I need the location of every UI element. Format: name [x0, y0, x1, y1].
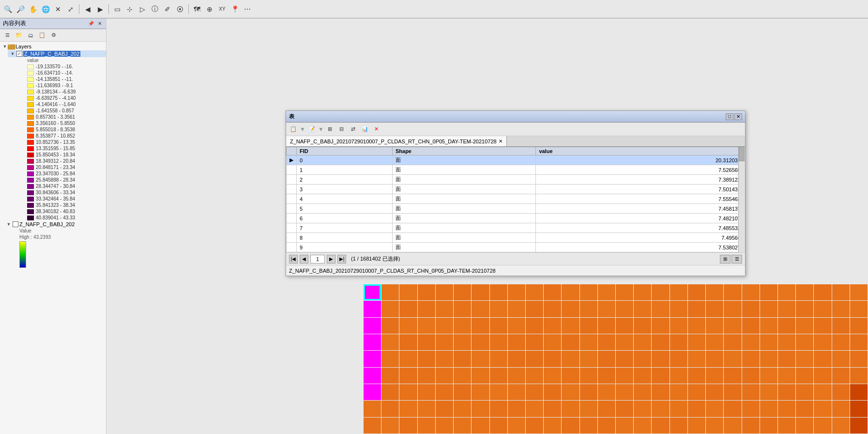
grid-cell[interactable]: [724, 418, 741, 434]
grid-cell[interactable]: [436, 284, 453, 300]
grid-cell[interactable]: [598, 418, 615, 434]
grid-cell[interactable]: [508, 368, 525, 384]
grid-cell[interactable]: [399, 318, 417, 334]
grid-cell[interactable]: [508, 318, 525, 334]
grid-cell[interactable]: [670, 301, 687, 317]
grid-cell[interactable]: [598, 384, 615, 400]
grid-cell[interactable]: [778, 384, 795, 400]
grid-cell[interactable]: [652, 368, 669, 384]
grid-cell[interactable]: [760, 368, 777, 384]
grid-cell[interactable]: [508, 384, 525, 400]
grid-cell[interactable]: [490, 384, 507, 400]
grid-cell[interactable]: [580, 301, 597, 317]
table-row[interactable]: 5 面 7.458137: [287, 204, 745, 214]
grid-cell[interactable]: [688, 418, 705, 434]
grid-cell[interactable]: [670, 401, 687, 417]
toolbar-btn-info[interactable]: ⓘ: [149, 3, 161, 15]
grid-cell[interactable]: [364, 334, 381, 350]
grid-cell[interactable]: [381, 384, 399, 400]
grid-cell[interactable]: [634, 351, 651, 367]
table-tab-active[interactable]: Z_NAFP_C_BABJ_20210729010007_P_CLDAS_RT_…: [286, 136, 507, 146]
toolbar-btn-measure[interactable]: ✐: [162, 3, 173, 15]
table-row[interactable]: 8 面 7.49566: [287, 233, 745, 243]
grid-cell[interactable]: [364, 318, 381, 334]
grid-cell[interactable]: [814, 401, 831, 417]
toolbar-btn-forward[interactable]: ▶: [94, 3, 106, 15]
toolbar-btn-more[interactable]: ⋯: [242, 3, 253, 15]
grid-cell[interactable]: [399, 368, 417, 384]
grid-cell[interactable]: [634, 368, 651, 384]
grid-cell[interactable]: [706, 418, 723, 434]
grid-cell[interactable]: [381, 334, 399, 350]
grid-cell[interactable]: [850, 384, 868, 400]
grid-cell[interactable]: [399, 351, 417, 367]
grid-cell[interactable]: [490, 418, 507, 434]
grid-cell[interactable]: [490, 368, 507, 384]
grid-cell[interactable]: [472, 334, 489, 350]
grid-cell[interactable]: [742, 301, 760, 317]
grid-cell[interactable]: [778, 351, 795, 367]
grid-cell[interactable]: [670, 384, 687, 400]
grid-cell[interactable]: [364, 284, 381, 300]
grid-cell[interactable]: [850, 284, 868, 300]
grid-cell[interactable]: [526, 334, 543, 350]
grid-cell[interactable]: [454, 318, 471, 334]
nav-prev-btn[interactable]: ◀: [300, 255, 308, 264]
toolbar-btn-select-arrow[interactable]: ▷: [137, 3, 148, 15]
table-tool-1[interactable]: 📋: [288, 124, 299, 135]
grid-cell[interactable]: [472, 301, 489, 317]
layer1-checkbox[interactable]: [16, 51, 22, 57]
grid-cell[interactable]: [544, 351, 561, 367]
grid-cell[interactable]: [616, 284, 633, 300]
grid-cell[interactable]: [706, 301, 723, 317]
table-close-btn[interactable]: ✕: [734, 113, 742, 120]
toolbar-btn-fullext[interactable]: ⤢: [65, 3, 76, 15]
grid-cell[interactable]: [526, 384, 543, 400]
grid-cell[interactable]: [616, 334, 633, 350]
grid-cell[interactable]: [436, 318, 453, 334]
grid-cell[interactable]: [526, 368, 543, 384]
table-row[interactable]: 3 面 7.501431: [287, 185, 745, 194]
grid-cell[interactable]: [544, 418, 561, 434]
grid-cell[interactable]: [580, 284, 597, 300]
grid-cell[interactable]: [399, 384, 417, 400]
grid-cell[interactable]: [670, 318, 687, 334]
toolbar-btn-pan[interactable]: ✋: [27, 3, 39, 15]
table-row[interactable]: 4 面 7.555463: [287, 194, 745, 204]
grid-cell[interactable]: [508, 401, 525, 417]
panel-options-btn[interactable]: ⚙: [48, 30, 59, 41]
grid-cell[interactable]: [634, 401, 651, 417]
grid-cell[interactable]: [364, 384, 381, 400]
grid-cell[interactable]: [850, 334, 868, 350]
layer2-item[interactable]: ▼ Z_NAFP_C_BABJ_202: [4, 221, 106, 228]
grid-cell[interactable]: [850, 301, 868, 317]
grid-cell[interactable]: [652, 334, 669, 350]
panel-layer-btn[interactable]: 🗂: [25, 30, 36, 41]
grid-cell[interactable]: [399, 401, 417, 417]
grid-cell[interactable]: [454, 301, 471, 317]
grid-cell[interactable]: [490, 334, 507, 350]
toolbar-btn-xy[interactable]: XY: [216, 3, 228, 15]
grid-cell[interactable]: [544, 384, 561, 400]
grid-cell[interactable]: [454, 384, 471, 400]
grid-cell[interactable]: [724, 368, 741, 384]
grid-cell[interactable]: [364, 351, 381, 367]
toolbar-btn-pin[interactable]: 📍: [229, 3, 241, 15]
table-maximize-btn[interactable]: □: [726, 113, 733, 120]
grid-cell[interactable]: [688, 401, 705, 417]
table-tool-2[interactable]: 📝: [306, 124, 317, 135]
toolbar-btn-zoom-out[interactable]: 🔎: [15, 3, 26, 15]
grid-cell[interactable]: [724, 401, 741, 417]
nav-next-btn[interactable]: ▶: [327, 255, 335, 264]
table-tool-chart[interactable]: 📊: [360, 124, 370, 135]
toolbar-btn-select-point[interactable]: ⊹: [124, 3, 136, 15]
grid-cell[interactable]: [670, 334, 687, 350]
grid-cell[interactable]: [508, 351, 525, 367]
grid-cell[interactable]: [580, 418, 597, 434]
table-tab-close-icon[interactable]: ✕: [499, 139, 503, 144]
grid-cell[interactable]: [472, 401, 489, 417]
grid-cell[interactable]: [580, 334, 597, 350]
grid-cell[interactable]: [796, 351, 813, 367]
grid-cell[interactable]: [436, 384, 453, 400]
grid-cell[interactable]: [814, 301, 831, 317]
